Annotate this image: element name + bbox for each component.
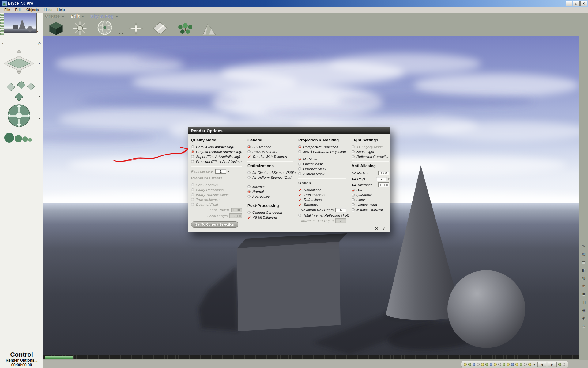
set-to-current-selection-button[interactable]: Set To Current Selection xyxy=(191,221,238,228)
focal-length-field[interactable]: 153,60 xyxy=(229,213,242,218)
minimize-button-icon[interactable]: _ xyxy=(566,1,572,6)
timeline-marker-icon[interactable] xyxy=(490,363,492,366)
option-uniform-scenes-grid[interactable]: for Uniform Scenes (Grid) xyxy=(247,175,293,180)
timeline-marker-icon[interactable] xyxy=(524,363,527,366)
timeline-marker-icon[interactable] xyxy=(473,363,475,366)
timeline-progress-bar[interactable] xyxy=(45,356,74,359)
star-icon[interactable] xyxy=(128,21,144,36)
tab-edit-arrow-icon[interactable]: ▸ xyxy=(82,14,84,18)
dialog-cancel-icon[interactable]: ✕ xyxy=(375,226,379,231)
timeline-marker-icon[interactable] xyxy=(494,363,497,366)
palette-close-icon[interactable]: ✕ xyxy=(1,42,4,45)
option-distance-mask[interactable]: Distance Mask xyxy=(298,167,346,171)
option-depth-of-field[interactable]: Depth of Field xyxy=(191,202,242,207)
camera-target-icon[interactable]: ◎ xyxy=(38,41,41,45)
timeline-marker-icon[interactable] xyxy=(477,363,480,366)
dialog-confirm-icon[interactable]: ✓ xyxy=(382,226,386,231)
option-quadratic-filter[interactable]: Quadratic xyxy=(352,193,389,197)
rays-per-pixel-field[interactable]: 1 xyxy=(215,169,226,174)
palette-dropdown-icon[interactable]: ▾ xyxy=(39,117,40,120)
aa-radius-field[interactable]: 1,00 xyxy=(378,171,389,175)
option-minimal[interactable]: Minimal xyxy=(247,184,293,189)
option-soft-shadows[interactable]: Soft Shadows xyxy=(191,182,242,187)
tab-create[interactable]: Create xyxy=(45,13,60,19)
timeline-marker-icon[interactable] xyxy=(515,363,518,366)
aa-rays-field[interactable]: 7 xyxy=(376,177,387,181)
trees-icon[interactable] xyxy=(177,22,194,36)
tab-skyfog-arrow-icon[interactable]: ▸ xyxy=(116,14,118,18)
tools-next-arrow-icon[interactable]: ▸ xyxy=(122,32,123,35)
dropdown-arrow-icon[interactable]: ▾ xyxy=(388,178,390,181)
side-tool-icon[interactable]: ▨ xyxy=(582,252,586,256)
option-super-fine-art-antialiasing[interactable]: Super (Fine Art AntiAliasing) xyxy=(191,154,242,159)
menu-help[interactable]: Help xyxy=(55,7,67,13)
tab-create-arrow-icon[interactable]: ▸ xyxy=(62,14,64,18)
option-ta-legacy-mode[interactable]: TA Legacy Mode xyxy=(352,144,389,149)
option-360-panorama-projection[interactable]: 360¼ Panorama Projection xyxy=(298,149,346,154)
side-tool-icon[interactable]: ⌂ xyxy=(582,324,585,328)
next-frame-icon[interactable]: ▶ xyxy=(548,362,557,367)
option-shadows[interactable]: ✓ Shadows xyxy=(298,202,346,207)
wireframe-sphere-icon[interactable] xyxy=(95,19,114,36)
option-blurry-reflections[interactable]: Blurry Reflections xyxy=(191,187,242,192)
option-blurry-transmissions[interactable]: Blurry Transmissions xyxy=(191,192,242,197)
side-tool-icon[interactable]: ▣ xyxy=(582,292,586,296)
option-transmissions[interactable]: ✓ Transmissions xyxy=(298,192,346,197)
option-no-mask[interactable]: No Mask xyxy=(298,157,346,162)
option-reflection-correction[interactable]: Reflection Correction xyxy=(352,154,389,159)
memory-dot[interactable] xyxy=(0,14,4,16)
preview-dropdown-icon[interactable]: ▾ xyxy=(37,30,39,33)
menu-edit[interactable]: Edit xyxy=(13,7,24,13)
palette-dropdown-icon[interactable]: ▾ xyxy=(39,95,40,98)
tools-prev-arrow-icon[interactable]: ◂ xyxy=(119,32,120,35)
timeline-marker-icon[interactable] xyxy=(511,363,514,366)
sidebar-palettes[interactable] xyxy=(0,46,43,147)
diamond-arrow-icon[interactable] xyxy=(151,20,170,36)
side-tool-icon[interactable]: ✶ xyxy=(582,284,586,288)
timeline-dropdown-icon[interactable]: ▾ xyxy=(533,363,535,366)
side-tool-icon[interactable]: ◍ xyxy=(582,276,585,280)
memory-dot[interactable] xyxy=(0,22,4,24)
animation-timeline[interactable] xyxy=(43,355,579,359)
dropdown-arrow-icon[interactable]: ▾ xyxy=(228,170,230,173)
option-mitchell-netravali-filter[interactable]: Mitchell-Netravali xyxy=(352,207,389,212)
timeline-marker-icon[interactable] xyxy=(468,363,471,366)
timeline-marker-icon[interactable] xyxy=(464,363,467,366)
side-tool-icon[interactable]: ◈ xyxy=(582,316,585,320)
option-gamma-correction[interactable]: Gamma Correction xyxy=(247,210,293,215)
option-normal[interactable]: Normal xyxy=(247,189,293,194)
option-perspective-projection[interactable]: Perspective Projection xyxy=(298,144,346,149)
side-tool-icon[interactable]: ▦ xyxy=(582,308,586,312)
tab-edit[interactable]: Edit xyxy=(71,13,80,19)
timeline-marker-icon[interactable] xyxy=(558,363,561,366)
timeline-marker-icon[interactable] xyxy=(498,363,501,366)
option-refractions[interactable]: ✓ Refractions xyxy=(298,197,346,202)
option-regular-normal-antialiasing[interactable]: Regular (Normal AntiAliasing) xyxy=(191,149,242,154)
option-catmull-rom-filter[interactable]: Catmull-Rom xyxy=(352,202,389,207)
option-reflections[interactable]: ✓ Reflections xyxy=(298,187,346,192)
option-48bit-dithering[interactable]: ✓ 48-bit Dithering xyxy=(247,215,293,220)
move-axes-icon[interactable] xyxy=(71,20,89,36)
palette-dropdown-icon[interactable]: ▾ xyxy=(39,62,40,65)
side-tool-icon[interactable]: ▤ xyxy=(582,260,586,264)
terrain-icon[interactable] xyxy=(201,21,218,36)
option-clustered-scenes-bsp[interactable]: for Clustered Scenes (BSP) xyxy=(247,170,293,175)
menu-links[interactable]: Links xyxy=(41,7,55,13)
scene-preview-thumbnail[interactable] xyxy=(4,13,37,33)
timeline-marker-icon[interactable] xyxy=(503,363,505,366)
dialog-titlebar[interactable]: Render Options xyxy=(188,127,390,134)
option-altitude-mask[interactable]: Altitude Mask xyxy=(298,171,346,176)
option-true-ambience[interactable]: True Ambience xyxy=(191,197,242,202)
timeline-marker-icon[interactable] xyxy=(520,363,522,366)
option-preview-render[interactable]: Preview Render xyxy=(247,149,293,154)
option-boost-light[interactable]: Boost Light xyxy=(352,149,389,154)
menu-objects[interactable]: Objects xyxy=(24,7,41,13)
maximum-tir-depth-field[interactable]: 2 xyxy=(335,218,346,223)
memory-dot[interactable] xyxy=(0,19,4,21)
maximum-ray-depth-field[interactable]: 6 xyxy=(335,208,346,212)
timeline-marker-icon[interactable] xyxy=(563,363,565,366)
option-full-render[interactable]: Full Render xyxy=(247,144,293,149)
timeline-marker-icon[interactable] xyxy=(481,363,484,366)
memory-dot[interactable] xyxy=(0,28,4,29)
memory-dot[interactable] xyxy=(0,30,4,32)
